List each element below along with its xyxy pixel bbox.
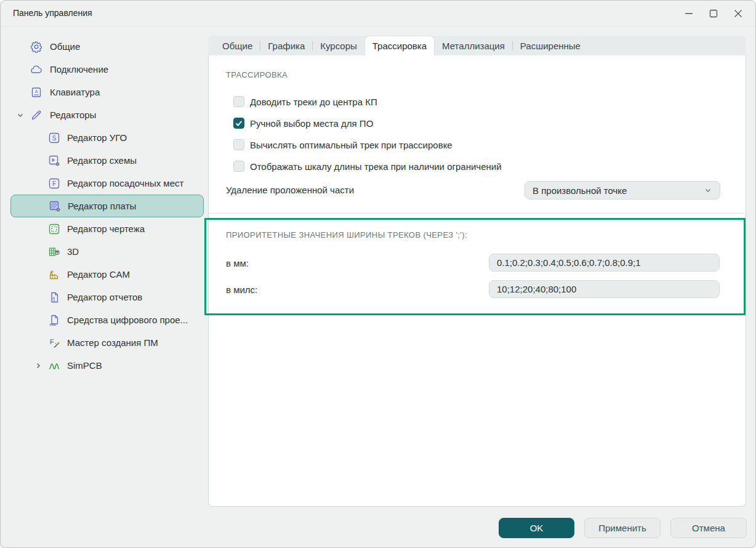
tab-metallization[interactable]: Металлизация [435, 36, 512, 55]
checkbox-label: Отображать шкалу длины трека при наличии… [250, 161, 502, 172]
sidebar-item-hdl-tools[interactable]: HDL Средства цифрового прое... [10, 308, 204, 331]
chevron-down-icon [704, 186, 712, 195]
mm-values-input[interactable] [489, 254, 720, 272]
checkbox-row-manual-via-placement[interactable]: Ручной выбор места для ПО [233, 118, 373, 129]
tab-general[interactable]: Общие [215, 36, 260, 55]
close-icon [731, 7, 745, 20]
footprint-editor-icon: F [48, 177, 60, 190]
drawing-editor-icon [48, 223, 60, 235]
sidebar-item-report-editor[interactable]: Редактор отчетов [10, 286, 204, 308]
checkbox-row-extend-tracks[interactable]: Доводить треки до центра КП [233, 96, 377, 107]
close-button[interactable] [726, 1, 750, 26]
sidebar-item-footprint-wizard[interactable]: F Мастер создания ПМ [10, 331, 204, 354]
sidebar-item-footprint-editor[interactable]: F Редактор посадочных мест [10, 172, 204, 195]
sidebar-item-general[interactable]: Общие [10, 35, 204, 58]
pencil-icon [30, 109, 42, 121]
maximize-button[interactable] [701, 1, 726, 26]
svg-text:HDL: HDL [50, 322, 57, 326]
checkbox-label: Доводить треки до центра КП [250, 97, 377, 107]
maximize-icon [707, 7, 720, 20]
tab-cursors[interactable]: Курсоры [313, 36, 364, 55]
threed-icon [48, 246, 60, 258]
section-divider [209, 213, 746, 214]
sidebar-item-connection[interactable]: Подключение [10, 58, 204, 81]
sidebar: Общие Подключение A Клавиатура [1, 26, 208, 547]
tab-graphics[interactable]: Графика [260, 36, 312, 55]
footprint-wizard-icon: F [48, 337, 60, 349]
chevron-right-icon [33, 361, 43, 371]
apply-button[interactable]: Применить [584, 518, 661, 538]
svg-text:S: S [52, 134, 57, 141]
schematic-editor-icon [48, 155, 60, 167]
svg-text:A: A [35, 89, 38, 93]
routing-settings-panel: ТРАССИРОВКА Доводить треки до центра КП … [208, 55, 746, 507]
removal-mode-dropdown[interactable]: В произвольной точке [525, 181, 720, 199]
svg-text:F: F [52, 180, 56, 187]
checkbox-row-track-length-scale[interactable]: Отображать шкалу длины трека при наличии… [233, 161, 502, 172]
symbol-editor-icon: S [48, 132, 60, 144]
routing-section-title: ТРАССИРОВКА [226, 70, 288, 79]
dropdown-value: В произвольной точке [533, 185, 627, 196]
board-editor-icon [49, 200, 61, 212]
checkbox-label: Ручной выбор места для ПО [250, 118, 373, 129]
checkbox-label: Вычислять оптимальный трек при трассиров… [250, 140, 452, 150]
check-icon [234, 118, 244, 129]
report-editor-icon [48, 291, 60, 304]
settings-nav-tree: Общие Подключение A Клавиатура [10, 35, 204, 377]
sidebar-item-symbol-editor[interactable]: S Редактор УГО [10, 126, 204, 149]
tab-advanced[interactable]: Расширенные [513, 36, 588, 55]
sidebar-item-schematic-editor[interactable]: Редактор схемы [10, 149, 204, 172]
keyboard-icon: A [30, 86, 42, 99]
sidebar-item-editors[interactable]: Редакторы [10, 103, 204, 126]
sidebar-item-simpcb[interactable]: SimPCB [10, 354, 204, 377]
checkbox[interactable] [233, 161, 244, 172]
gear-icon [30, 41, 42, 53]
window-title: Панель управления [13, 8, 92, 18]
checkbox-row-optimal-track[interactable]: Вычислять оптимальный трек при трассиров… [233, 139, 452, 150]
expander[interactable] [15, 110, 30, 120]
sidebar-item-cam-editor[interactable]: Редактор CAM [10, 263, 204, 286]
cancel-button[interactable]: Отмена [670, 518, 747, 538]
svg-text:F: F [50, 337, 54, 345]
sidebar-item-board-editor[interactable]: Редактор платы [10, 195, 204, 217]
checkbox[interactable] [233, 118, 244, 129]
chevron-down-icon [15, 110, 25, 120]
window-controls [677, 1, 750, 26]
simpcb-icon [48, 360, 60, 372]
expander[interactable] [33, 361, 48, 371]
settings-tab-bar: Общие Графика Курсоры Трассировка Металл… [208, 36, 746, 55]
sidebar-item-3d[interactable]: 3D [10, 240, 204, 263]
title-bar: Панель управления [1, 1, 755, 26]
cloud-icon [30, 63, 42, 76]
removal-mode-label: Удаление проложенной части [226, 185, 354, 195]
tab-routing[interactable]: Трассировка [364, 36, 435, 56]
control-panel-window: Панель управления Общие [0, 0, 756, 548]
mils-values-input[interactable] [489, 280, 720, 298]
priority-widths-title: ПРИОРИТЕТНЫЕ ЗНАЧЕНИЯ ШИРИНЫ ТРЕКОВ (ЧЕР… [226, 230, 467, 240]
mm-field-label: в мм: [226, 258, 249, 268]
checkbox[interactable] [233, 96, 244, 107]
checkbox[interactable] [233, 139, 244, 150]
ok-button[interactable]: OK [499, 518, 574, 538]
cam-editor-icon [48, 268, 60, 281]
hdl-tools-icon: HDL [48, 314, 60, 326]
minimize-button[interactable] [677, 1, 701, 26]
mils-field-label: в милс: [226, 284, 257, 295]
sidebar-item-keyboard[interactable]: A Клавиатура [10, 81, 204, 103]
sidebar-item-drawing-editor[interactable]: Редактор чертежа [10, 217, 204, 240]
minimize-icon [682, 7, 696, 20]
